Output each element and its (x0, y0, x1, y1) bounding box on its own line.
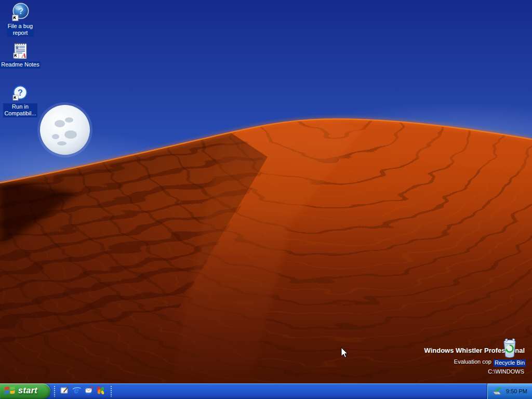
svg-text:A: A (21, 51, 26, 59)
shortcut-arrow-badge (14, 53, 19, 58)
svg-text:?: ? (18, 88, 23, 97)
desktop-icon-readme-notes[interactable]: A Readme Notes (0, 42, 41, 69)
windows-logo-icon (4, 385, 16, 396)
wallpaper-red-moon-desert (0, 0, 532, 383)
start-button[interactable]: start (0, 383, 50, 399)
help-sphere-icon: ? (9, 2, 32, 22)
internet-explorer-icon[interactable]: e (71, 385, 82, 397)
taskbar: start e (0, 383, 532, 399)
taskbar-grip[interactable] (110, 385, 113, 397)
moon (37, 102, 92, 157)
desktop-icon-recycle-bin[interactable]: Recycle Bin (491, 338, 528, 367)
watermark-eval-text: Evaluation cop (454, 358, 491, 365)
mouse-cursor (341, 347, 349, 358)
shortcut-arrow-badge (13, 95, 18, 100)
shortcut-arrow-badge (12, 15, 18, 21)
desktop: ? File a bug report A Readme Notes (0, 0, 532, 399)
wordpad-document-icon: A (9, 42, 32, 60)
recycle-bin-icon (499, 338, 521, 358)
watermark-windows-path: C:\WINDOWS (488, 368, 524, 375)
desktop-icon-label: Run in Compatibil... (3, 103, 37, 117)
outlook-express-icon[interactable] (83, 385, 94, 397)
svg-text:?: ? (18, 6, 23, 16)
desktop-icon-file-bug-report[interactable]: ? File a bug report (0, 2, 41, 37)
system-tray: 9:50 PM (487, 383, 532, 399)
show-desktop-icon[interactable] (59, 385, 70, 397)
desktop-icon-label: Readme Notes (0, 61, 40, 69)
start-button-label: start (18, 386, 37, 395)
svg-text:e: e (74, 385, 78, 395)
quick-launch-grip[interactable] (54, 385, 56, 397)
help-circle-icon: ? (9, 85, 32, 102)
taskbar-empty-area (114, 383, 487, 399)
media-player-icon[interactable] (95, 385, 106, 397)
safely-remove-hardware-icon[interactable] (491, 386, 503, 396)
desktop-icon-label: File a bug report (7, 23, 34, 37)
quick-launch-bar: e (58, 383, 107, 399)
desktop-icon-label: Recycle Bin (494, 360, 526, 367)
desktop-icon-run-in-compatibility[interactable]: ? Run in Compatibil... (0, 85, 41, 117)
taskbar-clock[interactable]: 9:50 PM (506, 388, 527, 394)
